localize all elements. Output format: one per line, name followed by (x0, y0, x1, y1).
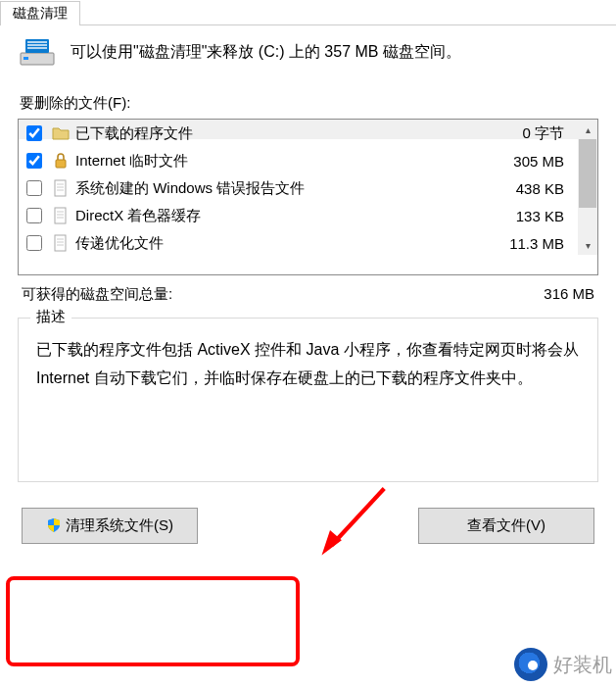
svg-rect-1 (24, 57, 28, 60)
file-size: 11.3 MB (494, 235, 572, 252)
vertical-scrollbar[interactable]: ▴ ▾ (578, 120, 597, 255)
svg-rect-5 (27, 47, 47, 49)
clean-system-files-button[interactable]: 清理系统文件(S) (22, 508, 198, 544)
disk-icon (20, 37, 55, 67)
scroll-up-button[interactable]: ▴ (578, 120, 597, 139)
list-item[interactable]: Internet 临时文件305 MB (19, 147, 578, 174)
watermark: 好装机 (514, 648, 612, 681)
file-size: 0 字节 (494, 124, 572, 143)
svg-rect-15 (55, 235, 66, 251)
file-checkbox[interactable] (26, 235, 42, 251)
svg-rect-3 (27, 41, 47, 43)
annotation-highlight-box (6, 576, 300, 666)
file-size: 133 KB (494, 208, 572, 224)
file-name: 系统创建的 Windows 错误报告文件 (75, 179, 488, 198)
info-text: 可以使用"磁盘清理"来释放 (C:) 上的 357 MB 磁盘空间。 (71, 40, 461, 64)
svg-rect-4 (27, 44, 47, 46)
total-space-value: 316 MB (544, 285, 594, 304)
list-item[interactable]: DirectX 着色器缓存133 KB (19, 202, 578, 229)
list-item[interactable]: 系统创建的 Windows 错误报告文件438 KB (19, 174, 578, 202)
info-row: 可以使用"磁盘清理"来释放 (C:) 上的 357 MB 磁盘空间。 (0, 25, 616, 84)
svg-rect-6 (56, 160, 66, 168)
scroll-track[interactable] (578, 139, 597, 235)
file-name: 已下载的程序文件 (75, 124, 488, 143)
file-size: 438 KB (494, 180, 572, 197)
description-legend: 描述 (30, 308, 71, 326)
svg-rect-7 (55, 180, 66, 196)
file-list[interactable]: 已下载的程序文件0 字节Internet 临时文件305 MB系统创建的 Win… (19, 120, 578, 255)
list-item[interactable]: 传递优化文件11.3 MB (19, 229, 578, 255)
view-files-label: 查看文件(V) (467, 516, 545, 535)
file-name: Internet 临时文件 (75, 152, 488, 171)
doc-icon (52, 234, 70, 252)
tab-bar: 磁盘清理 (0, 0, 616, 25)
file-size: 305 MB (494, 153, 572, 170)
file-list-container: 已下载的程序文件0 字节Internet 临时文件305 MB系统创建的 Win… (18, 119, 598, 275)
file-checkbox[interactable] (26, 153, 42, 169)
scroll-down-button[interactable]: ▾ (578, 235, 597, 255)
file-checkbox[interactable] (26, 180, 42, 196)
file-checkbox[interactable] (26, 125, 42, 141)
file-name: 传递优化文件 (75, 234, 488, 253)
doc-icon (52, 179, 70, 197)
files-to-delete-label: 要删除的文件(F): (0, 84, 616, 119)
total-space-row: 可获得的磁盘空间总量: 316 MB (0, 275, 616, 310)
description-text: 已下载的程序文件包括 ActiveX 控件和 Java 小程序，你查看特定网页时… (36, 336, 580, 393)
clean-system-files-label: 清理系统文件(S) (66, 516, 173, 535)
svg-rect-11 (55, 208, 66, 223)
watermark-text: 好装机 (553, 652, 612, 678)
description-group: 描述 已下载的程序文件包括 ActiveX 控件和 Java 小程序，你查看特定… (18, 318, 598, 482)
tab-disk-cleanup[interactable]: 磁盘清理 (0, 1, 80, 25)
scroll-thumb[interactable] (579, 139, 596, 208)
lock-icon (52, 152, 70, 170)
folder-icon (52, 124, 70, 142)
watermark-logo (514, 648, 547, 681)
file-name: DirectX 着色器缓存 (75, 207, 488, 225)
shield-icon (46, 517, 62, 533)
file-checkbox[interactable] (26, 208, 42, 223)
button-row: 清理系统文件(S) 查看文件(V) (0, 508, 616, 544)
view-files-button[interactable]: 查看文件(V) (418, 508, 594, 544)
doc-icon (52, 207, 70, 224)
list-item[interactable]: 已下载的程序文件0 字节 (19, 120, 578, 147)
total-space-label: 可获得的磁盘空间总量: (22, 285, 172, 304)
